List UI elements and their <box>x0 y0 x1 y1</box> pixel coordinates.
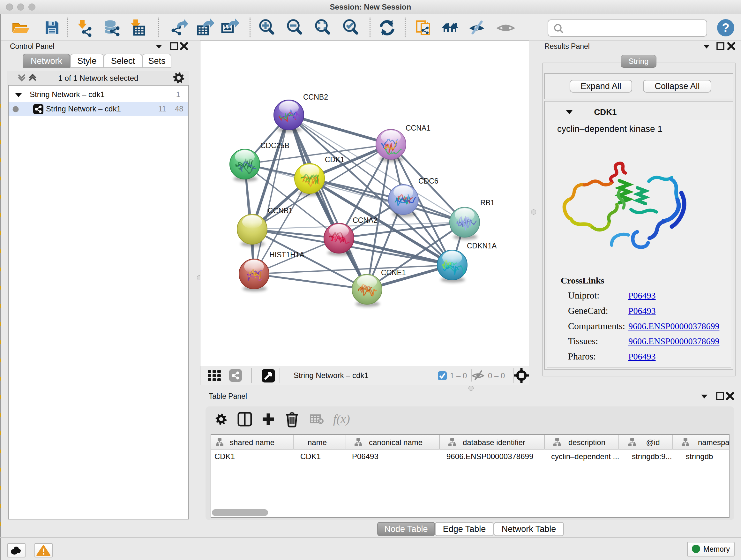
svg-text:CCNA2: CCNA2 <box>353 216 378 225</box>
svg-text:CCNB2: CCNB2 <box>303 93 328 101</box>
svg-text:CCNE1: CCNE1 <box>381 268 406 277</box>
svg-text:CDK1: CDK1 <box>325 155 344 164</box>
svg-text:CDC25B: CDC25B <box>260 141 289 150</box>
svg-text:name: name <box>308 438 327 447</box>
svg-text:CCNA1: CCNA1 <box>406 124 430 132</box>
svg-text:CDC6: CDC6 <box>418 177 439 185</box>
svg-text:HIST1H1A: HIST1H1A <box>269 251 305 259</box>
svg-text:1 of 1 Network selected: 1 of 1 Network selected <box>58 74 138 82</box>
svg-text:?: ? <box>722 21 729 35</box>
svg-text:CCNB1: CCNB1 <box>268 206 293 215</box>
svg-text:RB1: RB1 <box>480 199 495 207</box>
svg-text:namespace: namespace <box>698 438 729 447</box>
svg-text:CDKN1A: CDKN1A <box>467 242 497 250</box>
svg-text:String Network – cdk1: String Network – cdk1 <box>293 371 368 380</box>
svg-text:shared name: shared name <box>230 438 274 447</box>
svg-text:database identifier: database identifier <box>463 438 525 447</box>
svg-text:1 – 0: 1 – 0 <box>450 371 467 380</box>
svg-text:description: description <box>568 438 605 447</box>
svg-text:f(x): f(x) <box>333 412 350 426</box>
svg-text:@id: @id <box>646 438 660 447</box>
svg-text:canonical name: canonical name <box>369 438 422 447</box>
svg-text:0 – 0: 0 – 0 <box>488 371 505 380</box>
